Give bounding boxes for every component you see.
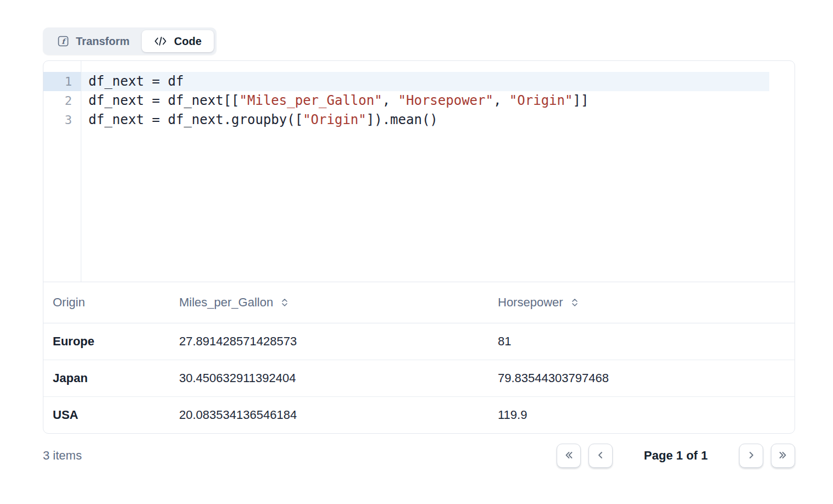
table-row: Europe27.89142857142857381	[43, 323, 795, 360]
table-row: Japan30.45063291139240479.83544303797468	[43, 360, 795, 397]
tab-transform-label: Transform	[76, 35, 130, 48]
code-and-results-panel: 1df_next = df2df_next = df_next[["Miles_…	[43, 60, 795, 434]
function-icon: f	[58, 36, 69, 47]
tab-transform[interactable]: f Transform	[46, 30, 142, 52]
code-token: ,	[493, 93, 509, 108]
transform-view: f Transform Code 1df_next = df2df_next =…	[0, 0, 833, 469]
tab-code-label: Code	[174, 35, 202, 48]
column-label: Origin	[53, 295, 85, 310]
column-label: Horsepower	[498, 295, 563, 310]
table-cell: 81	[498, 334, 795, 349]
code-token: ]]	[573, 93, 588, 108]
previous-page-button[interactable]	[588, 444, 613, 468]
column-header-horsepower[interactable]: Horsepower	[498, 295, 795, 310]
table-cell: Europe	[43, 334, 179, 349]
line-number: 3	[43, 110, 81, 130]
code-token: df_next = df_next[[	[88, 93, 240, 108]
code-line-1[interactable]: 1df_next = df	[43, 72, 795, 91]
pagination-forward-buttons	[739, 444, 795, 468]
column-header-miles_per_gallon[interactable]: Miles_per_Gallon	[179, 295, 498, 310]
view-toggle: f Transform Code	[43, 27, 216, 55]
code-line-3[interactable]: 3df_next = df_next.groupby(["Origin"]).m…	[43, 110, 795, 130]
double-chevron-right-icon	[778, 450, 788, 462]
table-header-row: OriginMiles_per_GallonHorsepower	[43, 282, 795, 323]
line-content: df_next = df	[81, 72, 769, 91]
code-token: "Horsepower"	[398, 93, 493, 108]
table-cell: 30.450632911392404	[179, 371, 498, 385]
sort-icon	[571, 298, 579, 307]
double-chevron-left-icon	[563, 450, 574, 462]
line-content: df_next = df_next.groupby(["Origin"]).me…	[81, 110, 769, 130]
code-line-2[interactable]: 2df_next = df_next[["Miles_per_Gallon", …	[43, 91, 795, 110]
table-cell: 20.083534136546184	[179, 408, 498, 422]
column-header-origin: Origin	[43, 295, 179, 310]
code-editor[interactable]: 1df_next = df2df_next = df_next[["Miles_…	[43, 61, 795, 282]
column-header-content: Origin	[53, 295, 179, 310]
code-token: "Origin"	[509, 93, 573, 108]
code-token: ,	[382, 93, 398, 108]
table-cell: 79.83544303797468	[498, 371, 795, 385]
table-body: Europe27.89142857142857381Japan30.450632…	[43, 323, 795, 433]
items-count: 3 items	[43, 449, 82, 463]
page-indicator: Page 1 of 1	[644, 449, 708, 463]
line-number: 1	[43, 72, 81, 91]
table-cell: 27.891428571428573	[179, 334, 498, 349]
column-label: Miles_per_Gallon	[179, 295, 273, 310]
table-cell: USA	[43, 408, 179, 422]
table-footer: 3 items Page 1 of 1	[43, 443, 795, 469]
column-header-content: Horsepower	[498, 295, 795, 310]
first-page-button[interactable]	[557, 444, 581, 468]
result-table: OriginMiles_per_GallonHorsepower Europe2…	[43, 282, 795, 433]
pagination: Page 1 of 1	[557, 444, 795, 468]
table-row: USA20.083534136546184119.9	[43, 397, 795, 433]
next-page-button[interactable]	[739, 444, 763, 468]
code-token: df_next = df	[88, 74, 184, 89]
sort-icon	[281, 298, 288, 307]
table-cell: 119.9	[498, 408, 795, 422]
svg-text:f: f	[62, 37, 66, 46]
line-content: df_next = df_next[["Miles_per_Gallon", "…	[81, 91, 769, 110]
last-page-button[interactable]	[771, 444, 795, 468]
tab-code[interactable]: Code	[142, 30, 214, 52]
pagination-back-buttons	[557, 444, 613, 468]
code-token: "Origin"	[303, 112, 366, 127]
line-number: 2	[43, 91, 81, 110]
code-token: ]).mean()	[366, 112, 438, 127]
code-icon	[154, 36, 167, 46]
chevron-right-icon	[746, 450, 757, 462]
chevron-left-icon	[595, 450, 606, 462]
column-header-content: Miles_per_Gallon	[179, 295, 498, 310]
table-cell: Japan	[43, 371, 179, 385]
code-token: df_next = df_next.groupby([	[88, 112, 303, 127]
code-token: "Miles_per_Gallon"	[240, 93, 382, 108]
